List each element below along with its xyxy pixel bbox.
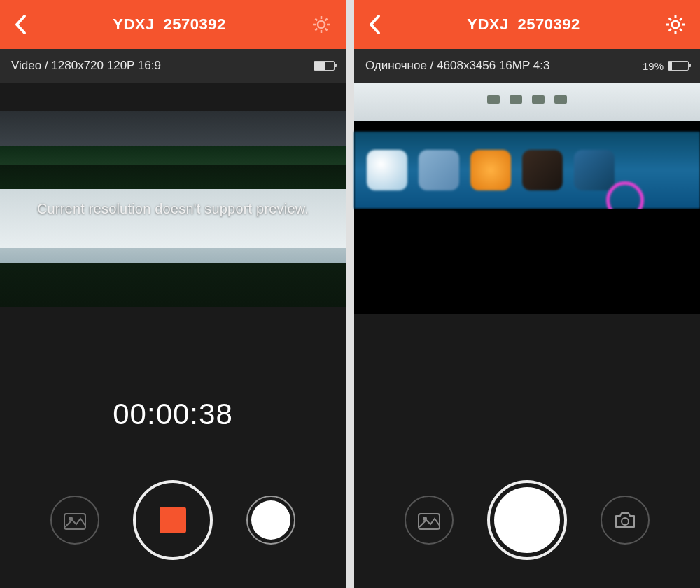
svg-point-6 xyxy=(622,518,629,525)
preview-region xyxy=(354,209,700,314)
back-button[interactable] xyxy=(14,14,28,35)
controls-row xyxy=(50,480,295,560)
app-header: YDXJ_2570392 xyxy=(0,0,346,49)
app-header: YDXJ_2570392 xyxy=(354,0,700,49)
info-bar: Video / 1280x720 120P 16:9 xyxy=(0,49,346,83)
device-title: YDXJ_2570392 xyxy=(467,15,580,34)
camera-mode-button[interactable] xyxy=(601,496,650,545)
camera-icon xyxy=(613,510,637,530)
mode-toggle-button[interactable] xyxy=(246,496,295,545)
chevron-left-icon xyxy=(368,14,382,35)
chevron-left-icon xyxy=(14,14,28,35)
stop-icon xyxy=(160,507,186,533)
preview-region xyxy=(487,95,567,104)
shutter-icon xyxy=(494,487,560,553)
settings-button[interactable] xyxy=(311,14,332,35)
photo-icon xyxy=(64,510,86,530)
gear-icon xyxy=(665,14,686,35)
controls-area: 00:00:38 xyxy=(0,307,346,588)
preview-region xyxy=(354,132,700,209)
live-preview[interactable]: Current resolution doesn't support previ… xyxy=(0,111,346,307)
record-stop-button[interactable] xyxy=(133,480,213,560)
preview-warning: Current resolution doesn't support previ… xyxy=(0,111,346,307)
battery-percent: 19% xyxy=(643,60,664,72)
battery-icon xyxy=(668,61,689,71)
controls-area xyxy=(354,314,700,588)
svg-point-0 xyxy=(318,21,325,28)
gear-icon xyxy=(311,14,332,35)
phone-screen-video: YDXJ_2570392 Video / 1280x720 120P 16:9 … xyxy=(0,0,346,588)
gallery-button[interactable] xyxy=(50,496,99,545)
svg-point-3 xyxy=(672,21,679,28)
settings-button[interactable] xyxy=(665,14,686,35)
back-button[interactable] xyxy=(368,14,382,35)
mode-resolution-text: Одиночное / 4608x3456 16MP 4:3 xyxy=(365,59,550,73)
phone-screen-photo: YDXJ_2570392 Одиночное / 4608x3456 16MP … xyxy=(354,0,700,588)
device-title: YDXJ_2570392 xyxy=(113,15,225,34)
controls-row xyxy=(405,480,650,560)
shutter-button[interactable] xyxy=(487,480,567,560)
live-preview[interactable] xyxy=(354,83,700,314)
battery-indicator xyxy=(314,61,335,71)
mode-dot-icon xyxy=(251,500,290,540)
photo-icon xyxy=(418,510,440,530)
battery-indicator: 19% xyxy=(643,60,689,72)
record-timer: 00:00:38 xyxy=(113,398,233,431)
info-bar: Одиночное / 4608x3456 16MP 4:3 19% xyxy=(354,49,700,83)
battery-icon xyxy=(314,61,335,71)
gallery-button[interactable] xyxy=(405,496,454,545)
mode-resolution-text: Video / 1280x720 120P 16:9 xyxy=(11,59,161,73)
